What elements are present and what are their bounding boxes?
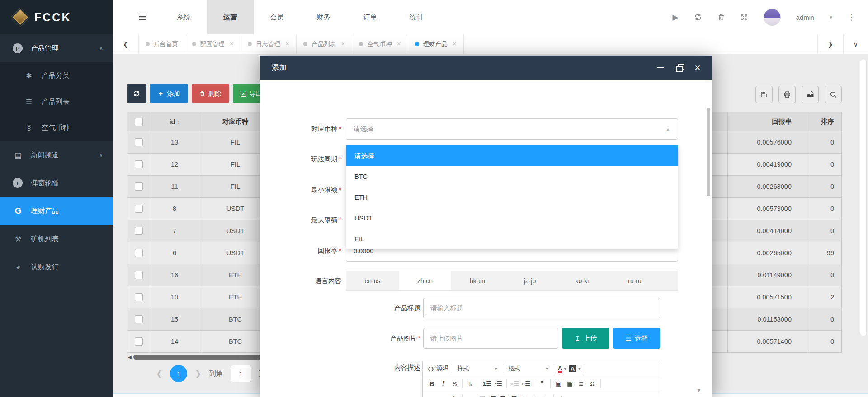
- tab-空气币种[interactable]: 空气币种✕: [352, 34, 408, 54]
- sidebar-item-product-category[interactable]: ✱ 产品分类: [0, 62, 113, 89]
- kebab-menu-icon[interactable]: ⋮: [848, 13, 855, 22]
- minimize-icon[interactable]: [657, 67, 664, 68]
- row-checkbox[interactable]: [135, 315, 143, 323]
- dropdown-option-BTC[interactable]: BTC: [346, 166, 678, 187]
- sidebar-item-miner-list[interactable]: ⚒ 矿机列表: [0, 225, 113, 253]
- coin-select[interactable]: 请选择 ▲: [346, 118, 678, 140]
- tab-理财产品[interactable]: 理财产品✕: [408, 34, 464, 54]
- editor-remove-format-icon[interactable]: Iₓ: [465, 378, 476, 389]
- dialog-scrollbar-thumb[interactable]: [707, 108, 710, 196]
- editor-text-color-icon[interactable]: A▾: [557, 363, 568, 374]
- dropdown-option-请选择[interactable]: 请选择: [346, 145, 678, 166]
- title-input[interactable]: 请输入标题: [423, 298, 660, 318]
- columns-toggle-icon[interactable]: [755, 86, 773, 103]
- tab-close-icon[interactable]: ✕: [396, 41, 401, 47]
- scroll-left-arrow-icon[interactable]: ◀: [128, 355, 132, 360]
- row-checkbox[interactable]: [135, 205, 143, 213]
- fullscreen-icon[interactable]: [741, 14, 748, 21]
- page-scrollbar-thumb[interactable]: [860, 59, 867, 336]
- editor-indent-icon[interactable]: »☰: [520, 378, 532, 389]
- tab-日志管理[interactable]: 日志管理✕: [241, 34, 297, 54]
- sidebar-item-air-coin[interactable]: § 空气币种: [0, 115, 113, 141]
- nav-item-订单[interactable]: 订单: [347, 0, 393, 34]
- tab-后台首页[interactable]: 后台首页: [138, 34, 185, 54]
- lang-tab-ko-kr[interactable]: ko-kr: [556, 271, 609, 290]
- editor-paste-icon[interactable]: ❒: [488, 393, 499, 397]
- tab-配置管理[interactable]: 配置管理✕: [185, 34, 241, 54]
- column-header-sort[interactable]: 排序: [810, 112, 842, 131]
- username[interactable]: admin: [796, 14, 815, 21]
- dialog-header[interactable]: 添加 ✕: [260, 56, 712, 80]
- upload-button[interactable]: ↥上传: [562, 328, 609, 349]
- column-header-id[interactable]: id▴▾: [150, 112, 199, 131]
- column-header-rate[interactable]: 回报率: [728, 112, 810, 131]
- editor-source-code-icon[interactable]: ❮❯源码: [426, 363, 449, 374]
- dropdown-option-ETH[interactable]: ETH: [346, 187, 678, 208]
- sidebar-item-product-list[interactable]: ☰ 产品列表: [0, 89, 113, 115]
- editor-insert-table-icon[interactable]: ▦: [564, 378, 576, 389]
- sidebar-item-finance-product[interactable]: G 理财产品: [0, 197, 113, 225]
- trash-icon[interactable]: [717, 13, 725, 21]
- sidebar-item-subscribe[interactable]: ◕ 认购发行: [0, 253, 113, 281]
- close-icon[interactable]: ✕: [694, 64, 701, 72]
- choose-button[interactable]: ☰选择: [613, 328, 660, 349]
- sidebar-item-news[interactable]: ▤ 新闻频道 ∨: [0, 141, 113, 169]
- row-checkbox[interactable]: [135, 227, 143, 235]
- lang-tab-en-us[interactable]: en-us: [346, 271, 399, 290]
- editor-bold-icon[interactable]: B: [426, 378, 438, 389]
- editor-styles-combo[interactable]: 样式▾: [454, 363, 500, 374]
- editor-bullet-list-icon[interactable]: •☰: [493, 378, 504, 389]
- row-checkbox[interactable]: [135, 138, 143, 146]
- editor-ordered-list-icon[interactable]: 1☰: [481, 378, 493, 389]
- nav-item-统计[interactable]: 统计: [393, 0, 440, 34]
- tab-close-icon[interactable]: ✕: [341, 41, 345, 47]
- row-checkbox[interactable]: [135, 337, 143, 346]
- tab-close-icon[interactable]: ✕: [453, 41, 457, 47]
- editor-paste-text-icon[interactable]: ❒T: [499, 393, 510, 397]
- page-number-input[interactable]: [231, 365, 251, 382]
- sidebar-item-popup[interactable]: ◗ 弹窗轮播: [0, 169, 113, 197]
- row-checkbox[interactable]: [135, 293, 143, 301]
- print-icon[interactable]: [778, 86, 796, 103]
- tab-close-icon[interactable]: ✕: [230, 41, 234, 47]
- next-page-icon[interactable]: ❯: [195, 369, 201, 378]
- user-caret-icon[interactable]: ▾: [830, 14, 832, 20]
- tabs-scroll-right-icon[interactable]: ❯: [817, 34, 843, 54]
- current-page-button[interactable]: 1: [170, 365, 187, 382]
- maximize-icon[interactable]: [676, 65, 682, 70]
- editor-special-char-icon[interactable]: Ω: [587, 378, 598, 389]
- play-icon[interactable]: ▶: [673, 13, 679, 22]
- row-checkbox[interactable]: [135, 271, 143, 279]
- export-data-icon[interactable]: [802, 86, 819, 103]
- editor-italic-icon[interactable]: I: [438, 378, 449, 389]
- sidebar-item-product-mgmt[interactable]: P 产品管理 ∧: [0, 34, 113, 62]
- image-input[interactable]: 请上传图片: [423, 328, 558, 349]
- row-checkbox[interactable]: [135, 160, 143, 168]
- editor-horizontal-rule-icon[interactable]: ≣: [576, 378, 587, 389]
- lang-tab-ja-jp[interactable]: ja-jp: [504, 271, 556, 290]
- search-icon[interactable]: [825, 86, 842, 103]
- nav-item-会员[interactable]: 会员: [254, 0, 300, 34]
- editor-bg-color-icon[interactable]: A▾: [568, 363, 581, 374]
- tabs-scroll-left-icon[interactable]: ❮: [113, 34, 138, 54]
- lang-tab-hk-cn[interactable]: hk-cn: [451, 271, 504, 290]
- editor-insert-image-icon[interactable]: ▣: [553, 378, 564, 389]
- refresh-button[interactable]: [127, 84, 146, 103]
- nav-item-系统[interactable]: 系统: [160, 0, 207, 34]
- row-checkbox[interactable]: [135, 249, 143, 257]
- select-all-checkbox[interactable]: [135, 118, 143, 126]
- dropdown-option-FIL[interactable]: FIL: [346, 229, 678, 249]
- prev-page-icon[interactable]: ❮: [156, 369, 162, 378]
- nav-item-运营[interactable]: 运营: [207, 0, 254, 34]
- editor-paste-word-icon[interactable]: ❒W: [510, 393, 524, 397]
- editor-anchor-icon[interactable]: ⚑: [449, 393, 460, 397]
- lang-tab-ru-ru[interactable]: ru-ru: [609, 271, 661, 290]
- scroll-down-icon[interactable]: ▼: [696, 387, 702, 393]
- refresh-icon[interactable]: [694, 13, 702, 21]
- tab-close-icon[interactable]: ✕: [285, 41, 289, 47]
- row-checkbox[interactable]: [135, 182, 143, 191]
- dropdown-option-USDT[interactable]: USDT: [346, 208, 678, 229]
- editor-maximize-icon[interactable]: ❖: [556, 393, 567, 397]
- delete-button[interactable]: 删除: [192, 84, 229, 103]
- tab-产品列表[interactable]: 产品列表✕: [297, 34, 352, 54]
